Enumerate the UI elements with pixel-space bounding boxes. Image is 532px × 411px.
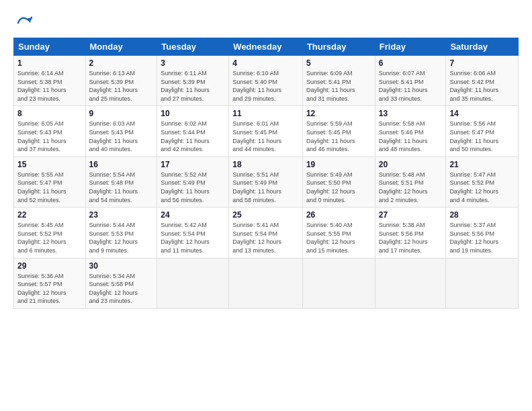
day-number: 12: [306, 109, 371, 118]
day-number: 9: [89, 109, 154, 118]
day-info: Sunrise: 5:55 AM Sunset: 5:47 PM Dayligh…: [17, 171, 82, 204]
calendar-cell: 24Sunrise: 5:42 AM Sunset: 5:54 PM Dayli…: [157, 208, 229, 258]
day-info: Sunrise: 5:59 AM Sunset: 5:45 PM Dayligh…: [306, 120, 371, 153]
calendar-cell: 14Sunrise: 5:56 AM Sunset: 5:47 PM Dayli…: [446, 106, 519, 156]
calendar-cell: 29Sunrise: 5:36 AM Sunset: 5:57 PM Dayli…: [14, 258, 86, 308]
calendar-cell: 12Sunrise: 5:59 AM Sunset: 5:45 PM Dayli…: [302, 106, 375, 156]
calendar-cell: 6Sunrise: 6:07 AM Sunset: 5:41 PM Daylig…: [375, 56, 446, 106]
calendar-week-row: 8Sunrise: 6:05 AM Sunset: 5:43 PM Daylig…: [14, 106, 519, 156]
calendar-day-header: Friday: [375, 38, 446, 56]
page: SundayMondayTuesdayWednesdayThursdayFrid…: [0, 0, 532, 316]
day-info: Sunrise: 6:02 AM Sunset: 5:44 PM Dayligh…: [161, 120, 225, 153]
day-number: 23: [89, 210, 154, 220]
day-number: 10: [161, 109, 225, 118]
logo-icon: [15, 13, 34, 32]
calendar-cell: 15Sunrise: 5:55 AM Sunset: 5:47 PM Dayli…: [14, 156, 86, 207]
calendar-week-row: 22Sunrise: 5:45 AM Sunset: 5:52 PM Dayli…: [14, 208, 519, 258]
calendar-cell: 4Sunrise: 6:10 AM Sunset: 5:40 PM Daylig…: [229, 56, 303, 106]
calendar-cell: [375, 258, 446, 308]
day-number: 8: [17, 109, 82, 118]
logo: [13, 13, 34, 32]
day-number: 18: [232, 160, 299, 169]
calendar-cell: 30Sunrise: 5:34 AM Sunset: 5:58 PM Dayli…: [85, 258, 157, 308]
calendar-cell: 7Sunrise: 6:06 AM Sunset: 5:42 PM Daylig…: [446, 56, 519, 106]
calendar-cell: 9Sunrise: 6:03 AM Sunset: 5:43 PM Daylig…: [85, 106, 157, 156]
day-number: 27: [379, 210, 443, 220]
day-info: Sunrise: 6:09 AM Sunset: 5:41 PM Dayligh…: [306, 69, 371, 103]
day-number: 11: [232, 109, 299, 118]
calendar-cell: 8Sunrise: 6:05 AM Sunset: 5:43 PM Daylig…: [14, 106, 86, 156]
day-info: Sunrise: 5:47 AM Sunset: 5:52 PM Dayligh…: [449, 171, 515, 204]
calendar-day-header: Tuesday: [157, 38, 229, 56]
day-info: Sunrise: 5:49 AM Sunset: 5:50 PM Dayligh…: [306, 171, 371, 204]
day-number: 2: [89, 58, 154, 68]
calendar-week-row: 15Sunrise: 5:55 AM Sunset: 5:47 PM Dayli…: [14, 156, 519, 207]
calendar-cell: 2Sunrise: 6:13 AM Sunset: 5:39 PM Daylig…: [85, 56, 157, 106]
calendar-day-header: Saturday: [446, 38, 519, 56]
day-info: Sunrise: 6:05 AM Sunset: 5:43 PM Dayligh…: [17, 120, 82, 153]
calendar-cell: 22Sunrise: 5:45 AM Sunset: 5:52 PM Dayli…: [14, 208, 86, 258]
day-info: Sunrise: 5:36 AM Sunset: 5:57 PM Dayligh…: [17, 272, 82, 306]
calendar-week-row: 29Sunrise: 5:36 AM Sunset: 5:57 PM Dayli…: [14, 258, 519, 308]
day-number: 13: [379, 109, 443, 118]
day-number: 22: [17, 210, 82, 220]
day-info: Sunrise: 5:37 AM Sunset: 5:56 PM Dayligh…: [449, 221, 515, 255]
calendar-cell: 13Sunrise: 5:58 AM Sunset: 5:46 PM Dayli…: [375, 106, 446, 156]
day-number: 4: [232, 58, 299, 68]
calendar-cell: 23Sunrise: 5:44 AM Sunset: 5:53 PM Dayli…: [85, 208, 157, 258]
day-number: 3: [161, 58, 225, 68]
day-number: 21: [449, 160, 515, 169]
day-info: Sunrise: 6:03 AM Sunset: 5:43 PM Dayligh…: [89, 120, 154, 153]
day-number: 19: [306, 160, 371, 169]
calendar-cell: [157, 258, 229, 308]
calendar-cell: 1Sunrise: 6:14 AM Sunset: 5:38 PM Daylig…: [14, 56, 86, 106]
day-info: Sunrise: 6:06 AM Sunset: 5:42 PM Dayligh…: [449, 69, 515, 103]
calendar-cell: 10Sunrise: 6:02 AM Sunset: 5:44 PM Dayli…: [157, 106, 229, 156]
calendar-cell: 21Sunrise: 5:47 AM Sunset: 5:52 PM Dayli…: [446, 156, 519, 207]
day-info: Sunrise: 5:54 AM Sunset: 5:48 PM Dayligh…: [89, 171, 154, 204]
day-info: Sunrise: 6:10 AM Sunset: 5:40 PM Dayligh…: [232, 69, 299, 103]
calendar-cell: [302, 258, 375, 308]
day-number: 20: [379, 160, 443, 169]
calendar-cell: 25Sunrise: 5:41 AM Sunset: 5:54 PM Dayli…: [229, 208, 303, 258]
day-number: 6: [379, 58, 443, 68]
day-info: Sunrise: 5:34 AM Sunset: 5:58 PM Dayligh…: [89, 272, 154, 306]
day-info: Sunrise: 6:13 AM Sunset: 5:39 PM Dayligh…: [89, 69, 154, 103]
day-number: 5: [306, 58, 371, 68]
calendar-cell: 18Sunrise: 5:51 AM Sunset: 5:49 PM Dayli…: [229, 156, 303, 207]
day-number: 29: [17, 261, 82, 271]
calendar-week-row: 1Sunrise: 6:14 AM Sunset: 5:38 PM Daylig…: [14, 56, 519, 106]
day-info: Sunrise: 5:48 AM Sunset: 5:51 PM Dayligh…: [379, 171, 443, 204]
day-info: Sunrise: 5:38 AM Sunset: 5:56 PM Dayligh…: [379, 221, 443, 255]
day-info: Sunrise: 5:52 AM Sunset: 5:49 PM Dayligh…: [161, 171, 225, 204]
calendar-day-header: Monday: [85, 38, 157, 56]
calendar-cell: 26Sunrise: 5:40 AM Sunset: 5:55 PM Dayli…: [302, 208, 375, 258]
day-number: 28: [449, 210, 515, 220]
day-info: Sunrise: 6:14 AM Sunset: 5:38 PM Dayligh…: [17, 69, 82, 103]
day-info: Sunrise: 5:42 AM Sunset: 5:54 PM Dayligh…: [161, 221, 225, 255]
calendar-cell: 19Sunrise: 5:49 AM Sunset: 5:50 PM Dayli…: [302, 156, 375, 207]
day-number: 24: [161, 210, 225, 220]
header-area: [13, 11, 519, 32]
day-info: Sunrise: 5:41 AM Sunset: 5:54 PM Dayligh…: [232, 221, 299, 255]
calendar-cell: 17Sunrise: 5:52 AM Sunset: 5:49 PM Dayli…: [157, 156, 229, 207]
calendar-cell: [446, 258, 519, 308]
day-number: 26: [306, 210, 371, 220]
calendar-cell: 3Sunrise: 6:11 AM Sunset: 5:39 PM Daylig…: [157, 56, 229, 106]
day-number: 30: [89, 261, 154, 271]
calendar-cell: 20Sunrise: 5:48 AM Sunset: 5:51 PM Dayli…: [375, 156, 446, 207]
calendar-day-header: Sunday: [14, 38, 86, 56]
calendar-cell: 16Sunrise: 5:54 AM Sunset: 5:48 PM Dayli…: [85, 156, 157, 207]
day-info: Sunrise: 5:45 AM Sunset: 5:52 PM Dayligh…: [17, 221, 82, 255]
day-info: Sunrise: 5:40 AM Sunset: 5:55 PM Dayligh…: [306, 221, 371, 255]
day-number: 15: [17, 160, 82, 169]
calendar-cell: 27Sunrise: 5:38 AM Sunset: 5:56 PM Dayli…: [375, 208, 446, 258]
day-info: Sunrise: 6:01 AM Sunset: 5:45 PM Dayligh…: [232, 120, 299, 153]
day-info: Sunrise: 5:58 AM Sunset: 5:46 PM Dayligh…: [379, 120, 443, 153]
day-number: 25: [232, 210, 299, 220]
calendar-header-row: SundayMondayTuesdayWednesdayThursdayFrid…: [14, 38, 519, 56]
day-number: 16: [89, 160, 154, 169]
day-number: 14: [449, 109, 515, 118]
day-number: 7: [449, 58, 515, 68]
day-info: Sunrise: 5:56 AM Sunset: 5:47 PM Dayligh…: [449, 120, 515, 153]
